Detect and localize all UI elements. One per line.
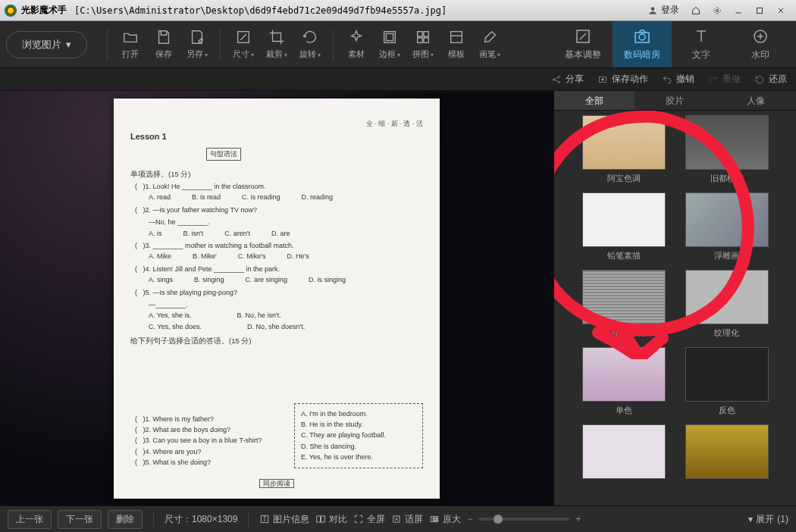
- tab-text[interactable]: 文字: [672, 21, 731, 67]
- filter-tab-all[interactable]: 全部: [554, 91, 635, 111]
- preset-relief[interactable]: 浮雕画: [685, 192, 769, 267]
- preset-mono[interactable]: 单色: [582, 347, 666, 421]
- redo-button[interactable]: 重做: [708, 73, 741, 86]
- svg-point-0: [651, 7, 655, 11]
- save-as-icon: [189, 29, 205, 45]
- text-icon: [692, 27, 710, 45]
- app-logo-icon: [5, 5, 17, 17]
- svg-rect-13: [451, 32, 462, 43]
- expand-panel-button[interactable]: ▾ 展开(1): [748, 513, 788, 526]
- template-button[interactable]: 模板: [440, 23, 473, 66]
- grid-icon: [415, 29, 431, 45]
- action-bar: 分享 保存动作 撤销 重做 还原: [0, 68, 796, 91]
- undo-icon: [662, 74, 672, 85]
- browse-label: 浏览图片: [22, 38, 61, 52]
- tab-darkroom[interactable]: 数码暗房: [613, 21, 672, 67]
- restore-icon: [754, 74, 765, 85]
- image-dimensions: 1080×1309: [192, 514, 237, 524]
- fit-screen-button[interactable]: 适屏: [391, 513, 423, 526]
- redo-icon: [708, 74, 719, 85]
- filter-tab-portrait[interactable]: 人像: [716, 91, 796, 111]
- crop-button[interactable]: 裁剪▾: [260, 23, 293, 66]
- preset-thumb: [685, 115, 769, 170]
- save-as-button[interactable]: 另存▾: [180, 23, 214, 66]
- sparkle-icon: [348, 29, 365, 45]
- save-icon: [155, 29, 172, 45]
- zoom-slider[interactable]: [478, 518, 569, 521]
- size-button[interactable]: 尺寸▾: [227, 23, 260, 66]
- maximize-button[interactable]: [749, 3, 770, 18]
- filter-tab-film[interactable]: 胶片: [635, 91, 715, 111]
- fullscreen-icon: [353, 514, 364, 524]
- svg-rect-12: [424, 38, 428, 42]
- edit-icon: [574, 27, 592, 45]
- delete-image-button[interactable]: 删除: [108, 510, 143, 529]
- doc-lesson-title: Lesson 1: [130, 130, 423, 144]
- user-icon: [647, 5, 658, 16]
- preset-invert[interactable]: 反色: [685, 347, 769, 421]
- zoom-thumb[interactable]: [494, 515, 503, 524]
- save-action-button[interactable]: 保存动作: [597, 73, 648, 86]
- share-icon: [551, 74, 562, 85]
- open-button[interactable]: 打开: [114, 23, 147, 66]
- brush-button[interactable]: 画笔▾: [473, 23, 506, 66]
- preset-extra2[interactable]: [685, 424, 769, 499]
- collage-button[interactable]: 拼图▾: [406, 23, 440, 66]
- next-image-button[interactable]: 下一张: [58, 510, 102, 529]
- close-button[interactable]: [770, 3, 791, 18]
- preset-thumb: [685, 270, 769, 324]
- titlebar: 光影魔术手 [C:\Users\Administrator\Desktop\d6…: [0, 0, 796, 21]
- svg-point-17: [639, 34, 645, 40]
- original-size-button[interactable]: 1:1原大: [429, 513, 461, 526]
- svg-point-19: [553, 78, 554, 80]
- browse-images-button[interactable]: 浏览图片 ▾: [6, 31, 87, 58]
- compare-button[interactable]: 对比: [315, 513, 347, 526]
- restore-button[interactable]: 还原: [754, 73, 787, 86]
- preset-old[interactable]: 旧都模式: [685, 115, 769, 189]
- login-button[interactable]: 登录: [641, 2, 685, 18]
- border-icon: [381, 29, 398, 45]
- undo-button[interactable]: 撤销: [662, 73, 694, 86]
- svg-point-20: [558, 76, 559, 77]
- zoom-in-icon[interactable]: +: [575, 514, 581, 524]
- svg-text:1:1: 1:1: [433, 518, 438, 521]
- tab-watermark[interactable]: 水印: [731, 21, 790, 67]
- image-info-button[interactable]: 图片信息: [259, 513, 309, 526]
- tab-basic-adjust[interactable]: 基本调整: [553, 21, 613, 67]
- material-button[interactable]: 素材: [340, 23, 373, 66]
- svg-point-26: [265, 517, 265, 518]
- svg-rect-3: [757, 8, 763, 13]
- prev-image-button[interactable]: 上一张: [8, 510, 52, 529]
- document-page: 全 · 细 · 新 · 透 · 活 Lesson 1 句型语法 单项选择。(15…: [114, 99, 440, 499]
- preset-thumb: [685, 347, 769, 402]
- chevron-down-icon: ▾: [66, 39, 71, 50]
- share-button[interactable]: 分享: [551, 73, 584, 86]
- settings-button[interactable]: [707, 3, 728, 18]
- fullscreen-button[interactable]: 全屏: [353, 513, 385, 526]
- rotate-icon: [302, 29, 318, 45]
- preset-texture[interactable]: 纹理化: [685, 270, 769, 344]
- save-button[interactable]: 保存: [147, 23, 180, 66]
- one-to-one-icon: 1:1: [429, 514, 440, 524]
- border-button[interactable]: 边框▾: [373, 23, 406, 66]
- preset-thumb: [582, 347, 666, 402]
- preset-abao[interactable]: 阿宝色调: [582, 115, 666, 189]
- svg-point-1: [716, 9, 719, 11]
- zoom-out-icon[interactable]: −: [467, 514, 472, 524]
- preset-pencil[interactable]: 铅笔素描: [582, 192, 666, 267]
- home-button[interactable]: [685, 3, 707, 18]
- preset-grid: 阿宝色调 旧都模式 铅笔素描 浮雕画 电视扫描线 纹理化 单色 反色: [554, 111, 796, 505]
- preset-tv[interactable]: 电视扫描线: [582, 270, 666, 344]
- minimize-button[interactable]: [728, 3, 749, 18]
- svg-rect-9: [418, 32, 422, 36]
- record-icon: [597, 74, 608, 85]
- rotate-button[interactable]: 旋转▾: [293, 23, 327, 66]
- compare-icon: [315, 514, 326, 524]
- file-path: [C:\Users\Administrator\Desktop\d6d9f4eb…: [74, 5, 447, 16]
- separator: [107, 30, 108, 60]
- preset-thumb: [685, 424, 769, 479]
- canvas-area[interactable]: 全 · 细 · 新 · 透 · 活 Lesson 1 句型语法 单项选择。(15…: [0, 91, 553, 505]
- bottom-bar: 上一张 下一张 删除 尺寸：1080×1309 图片信息 对比 全屏 适屏 1:…: [0, 505, 796, 532]
- preset-extra1[interactable]: [582, 424, 666, 499]
- fit-icon: [391, 514, 402, 524]
